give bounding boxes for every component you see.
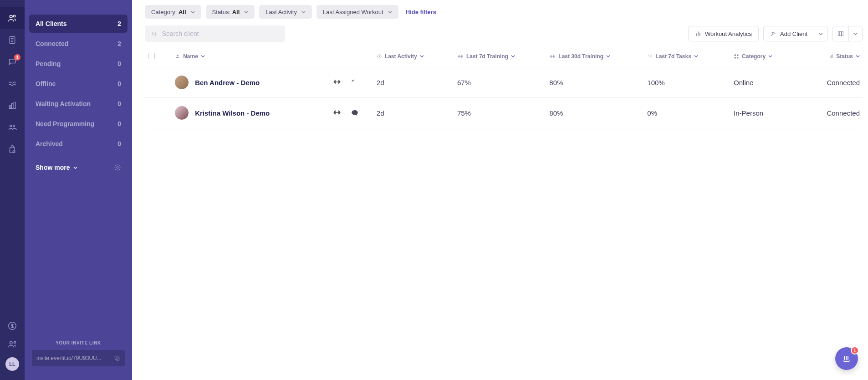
add-client-button[interactable]: Add Client: [763, 26, 814, 41]
message-icon[interactable]: [351, 79, 358, 86]
gear-icon[interactable]: [114, 164, 121, 171]
sidebar-item-waiting[interactable]: Waiting Activation 0: [29, 95, 128, 113]
filter-last-activity[interactable]: Last Activity: [259, 5, 312, 19]
clock-icon: [377, 54, 382, 59]
sidebar-item-label: All Clients: [36, 20, 66, 27]
column-header-7d-training[interactable]: Last 7d Training: [457, 53, 515, 60]
chevron-down-icon: [191, 10, 195, 14]
dumbbell-icon[interactable]: [333, 109, 341, 116]
svg-point-24: [772, 32, 774, 34]
dollar-circle-icon: [7, 321, 17, 331]
column-header-last-activity[interactable]: Last Activity: [377, 53, 424, 60]
chat-badge: 1: [851, 346, 859, 355]
svg-point-9: [10, 125, 12, 127]
user-avatar[interactable]: LL: [5, 357, 19, 371]
client-avatar: [175, 76, 189, 89]
svg-point-0: [10, 15, 12, 18]
chevron-down-icon: [694, 54, 698, 58]
message-icon[interactable]: [351, 109, 358, 117]
filter-category-prefix: Category:: [151, 9, 179, 15]
client-name: Ben Andrew - Demo: [195, 79, 260, 86]
cell-7d-training: 75%: [454, 98, 546, 128]
hide-filters-link[interactable]: Hide filters: [406, 9, 436, 15]
sidebar-item-need-programming[interactable]: Need Programming 0: [29, 115, 128, 133]
sidebar-item-count: 0: [117, 60, 121, 67]
workout-analytics-button[interactable]: Workout Analytics: [688, 26, 759, 41]
svg-rect-18: [115, 356, 118, 359]
columns-dropdown[interactable]: [848, 26, 863, 41]
filter-category[interactable]: Category: All: [145, 5, 201, 19]
filter-status[interactable]: Status: All: [206, 5, 255, 19]
svg-point-14: [10, 342, 13, 345]
column-header-category[interactable]: Category: [734, 53, 772, 60]
add-client-label: Add Client: [780, 30, 807, 37]
cell-category: Online: [730, 67, 799, 98]
column-header-name[interactable]: Name: [175, 53, 205, 60]
sidebar-item-offline[interactable]: Offline 0: [29, 75, 128, 93]
chevron-down-icon: [301, 10, 306, 14]
chevron-down-icon: [511, 54, 515, 58]
sidebar-item-all-clients[interactable]: All Clients 2: [29, 15, 128, 33]
dumbbell-icon[interactable]: [333, 79, 341, 85]
chevron-down-icon: [201, 54, 205, 58]
cell-category: In-Person: [730, 98, 799, 128]
add-person-icon: [770, 30, 776, 37]
svg-point-10: [13, 125, 15, 127]
column-header-30d-training[interactable]: Last 30d Training: [549, 53, 610, 60]
rail-team[interactable]: [0, 117, 25, 138]
svg-point-16: [117, 167, 118, 168]
sidebar-item-count: 0: [117, 120, 121, 127]
chevron-down-icon: [244, 10, 248, 14]
svg-line-20: [155, 35, 157, 36]
rail-clients[interactable]: [0, 7, 25, 29]
rail-programs[interactable]: [0, 73, 25, 95]
show-more-groups[interactable]: Show more: [36, 164, 121, 171]
svg-rect-34: [735, 57, 736, 59]
add-client-dropdown[interactable]: [814, 26, 828, 41]
sidebar-item-connected[interactable]: Connected 2: [29, 35, 128, 53]
rail-analytics[interactable]: [0, 95, 25, 117]
person-icon: [175, 54, 180, 59]
sidebar-item-count: 2: [117, 20, 121, 27]
filter-category-value: All: [179, 9, 186, 15]
rail-store[interactable]: $: [0, 138, 25, 160]
sidebar-item-count: 0: [117, 100, 121, 107]
signal-icon: [828, 54, 833, 59]
columns-button[interactable]: [832, 26, 848, 41]
people-outline-icon: [7, 339, 17, 349]
intercom-chat-button[interactable]: 1: [835, 347, 858, 370]
column-header-status[interactable]: Status: [828, 53, 860, 60]
copy-icon[interactable]: [114, 355, 120, 361]
invite-link-box[interactable]: invite.everfit.io/79U93UU...: [32, 350, 125, 366]
search-input[interactable]: [162, 30, 279, 37]
sidebar-item-archived[interactable]: Archived 0: [29, 135, 128, 153]
rail-billing[interactable]: [0, 321, 25, 331]
table-row[interactable]: Kristina Wilson - Demo 2d 75% 80% 0% In-…: [145, 98, 863, 128]
column-header-7d-tasks[interactable]: Last 7d Tasks: [647, 53, 698, 60]
rail-library[interactable]: [0, 29, 25, 51]
search-box[interactable]: [145, 25, 285, 42]
rail-referrals[interactable]: [0, 339, 25, 349]
svg-rect-33: [737, 54, 739, 56]
columns-icon: [837, 30, 844, 37]
checklist-icon: [647, 54, 653, 59]
rail-messages[interactable]: 1: [0, 51, 25, 73]
svg-point-19: [153, 32, 156, 35]
cell-7d-tasks: 0%: [643, 98, 730, 128]
dumbbell-icon: [549, 54, 556, 59]
filter-last-assigned[interactable]: Last Assigned Workout: [317, 5, 398, 19]
table-row[interactable]: Ben Andrew - Demo 2d 67% 80% 100% Online…: [145, 67, 863, 98]
cell-status: Connected: [799, 98, 863, 128]
svg-rect-7: [11, 104, 13, 109]
sidebar-item-count: 0: [117, 140, 121, 147]
client-name: Kristina Wilson - Demo: [195, 109, 270, 117]
svg-rect-35: [737, 57, 739, 59]
select-all-checkbox[interactable]: [148, 53, 155, 59]
filter-last-activity-label: Last Activity: [266, 9, 297, 15]
sidebar-item-pending[interactable]: Pending 0: [29, 55, 128, 73]
chevron-down-icon: [856, 54, 860, 58]
cell-7d-training: 67%: [454, 67, 546, 98]
svg-point-1: [13, 15, 15, 17]
sidebar-item-label: Need Programming: [36, 120, 94, 127]
search-icon: [151, 30, 158, 37]
